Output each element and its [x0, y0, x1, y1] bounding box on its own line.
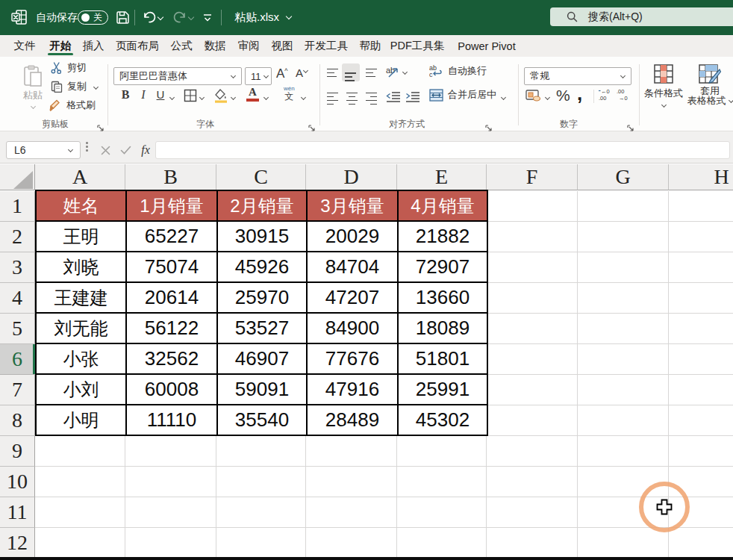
tab-公式[interactable]: 公式	[167, 35, 196, 57]
cell-G2[interactable]	[578, 222, 669, 252]
table-cell[interactable]: 13660	[399, 283, 488, 314]
cell-D11[interactable]	[306, 497, 397, 528]
cell-G1[interactable]	[578, 191, 669, 222]
table-cell[interactable]: 刘无能	[37, 314, 127, 344]
autosave-toggle[interactable]: 关	[78, 10, 108, 25]
cell-E12[interactable]	[397, 528, 487, 559]
table-cell[interactable]: 王明	[37, 222, 127, 252]
decrease-indent-button[interactable]	[386, 91, 401, 103]
column-header-F[interactable]: F	[487, 164, 578, 190]
cell-F5[interactable]	[487, 314, 578, 344]
cell-H10[interactable]	[669, 467, 733, 497]
cell-D10[interactable]	[306, 467, 397, 497]
table-cell[interactable]: 20029	[308, 222, 399, 252]
percent-style-button[interactable]: %	[556, 87, 570, 105]
cell-F12[interactable]	[487, 528, 578, 559]
column-header-A[interactable]: A	[35, 164, 125, 190]
tab-数据[interactable]: 数据	[201, 35, 229, 57]
merge-center-dropdown-icon[interactable]	[502, 96, 505, 99]
cell-G10[interactable]	[578, 467, 669, 497]
cell-C10[interactable]	[216, 467, 306, 497]
table-cell[interactable]: 刘晓	[37, 252, 127, 283]
cell-A10[interactable]	[35, 467, 125, 497]
row-header-9[interactable]: 9	[0, 436, 35, 467]
cell-F7[interactable]	[487, 375, 578, 405]
cell-F1[interactable]	[487, 191, 578, 222]
table-cell[interactable]: 53527	[218, 314, 308, 344]
tab-视图[interactable]: 视图	[268, 35, 296, 57]
accounting-format-button[interactable]	[525, 89, 542, 102]
column-header-H[interactable]: H	[669, 164, 733, 190]
increase-indent-button[interactable]	[405, 91, 420, 103]
cell-G12[interactable]	[578, 528, 669, 559]
row-header-1[interactable]: 1	[0, 191, 35, 222]
cell-G7[interactable]	[578, 375, 669, 405]
align-right-button[interactable]	[366, 91, 377, 106]
tab-插入[interactable]: 插入	[79, 35, 107, 57]
table-cell[interactable]: 45926	[218, 252, 308, 283]
cell-H5[interactable]	[669, 314, 733, 344]
clipboard-dialog-launcher[interactable]	[97, 122, 105, 129]
table-cell[interactable]: 84704	[308, 252, 399, 283]
borders-dropdown-icon[interactable]	[200, 96, 204, 99]
cell-H1[interactable]	[669, 191, 733, 222]
row-header-11[interactable]: 11	[0, 497, 35, 528]
align-bottom-button[interactable]	[366, 67, 377, 78]
insert-function-button[interactable]: fx	[137, 141, 154, 159]
table-cell[interactable]: 30915	[218, 222, 308, 252]
cell-F11[interactable]	[487, 497, 578, 528]
table-cell[interactable]: 47207	[308, 283, 399, 314]
save-icon[interactable]	[116, 10, 130, 25]
tab-开发工具[interactable]: 开发工具	[301, 35, 352, 57]
phonetic-guide-button[interactable]: wén 文	[284, 86, 295, 102]
comma-style-button[interactable]: ,	[577, 82, 582, 105]
row-header-12[interactable]: 12	[0, 528, 35, 559]
tab-审阅[interactable]: 审阅	[234, 35, 263, 57]
table-cell[interactable]: 18089	[399, 314, 488, 344]
cell-H3[interactable]	[669, 252, 733, 283]
column-header-C[interactable]: C	[216, 164, 306, 190]
undo-dropdown-icon[interactable]	[158, 15, 163, 19]
cut-button[interactable]: 剪切	[51, 61, 87, 75]
table-header-cell[interactable]: 4月销量	[399, 191, 488, 222]
cell-E10[interactable]	[397, 467, 487, 497]
cell-B11[interactable]	[125, 497, 216, 528]
orientation-button[interactable]: ab	[386, 64, 401, 79]
increase-font-size-button[interactable]: A^	[276, 66, 288, 81]
bold-button[interactable]: B	[119, 88, 131, 102]
cell-F6[interactable]	[487, 344, 578, 375]
format-painter-button[interactable]: 格式刷	[49, 99, 96, 112]
cell-G6[interactable]	[578, 344, 669, 375]
cell-A9[interactable]	[35, 436, 125, 467]
font-size-combo[interactable]: 11	[245, 67, 272, 85]
tab-Power Pivot[interactable]: Power Pivot	[455, 35, 518, 57]
cell-H9[interactable]	[669, 436, 733, 467]
cell-G5[interactable]	[578, 314, 669, 344]
cell-A12[interactable]	[35, 528, 125, 559]
font-color-button[interactable]: A	[246, 87, 259, 102]
table-cell[interactable]: 77676	[308, 344, 399, 375]
row-header-10[interactable]: 10	[0, 467, 35, 497]
cell-H4[interactable]	[669, 283, 733, 314]
italic-button[interactable]: I	[139, 88, 148, 102]
column-header-D[interactable]: D	[306, 164, 397, 190]
table-cell[interactable]: 59091	[218, 375, 308, 405]
table-cell[interactable]: 46907	[218, 344, 308, 375]
number-dialog-launcher[interactable]	[627, 122, 634, 129]
table-cell[interactable]: 25991	[399, 375, 488, 405]
cell-A11[interactable]	[35, 497, 125, 528]
table-cell[interactable]: 51801	[399, 344, 488, 375]
tab-PDF工具集[interactable]: PDF工具集	[388, 35, 446, 57]
font-color-dropdown-icon[interactable]	[264, 96, 268, 99]
document-title[interactable]: 粘贴.xlsx	[234, 10, 291, 25]
tab-页面布局[interactable]: 页面布局	[112, 35, 163, 57]
tab-开始[interactable]: 开始	[46, 35, 75, 57]
paste-button[interactable]: 粘贴	[17, 65, 49, 108]
table-cell[interactable]: 20614	[127, 283, 218, 314]
table-cell[interactable]: 小刘	[37, 375, 127, 405]
cell-F8[interactable]	[487, 405, 578, 436]
cancel-button[interactable]	[97, 141, 113, 159]
row-header-4[interactable]: 4	[0, 283, 35, 314]
copy-button[interactable]: 复制	[51, 80, 98, 93]
redo-button[interactable]	[172, 10, 187, 25]
